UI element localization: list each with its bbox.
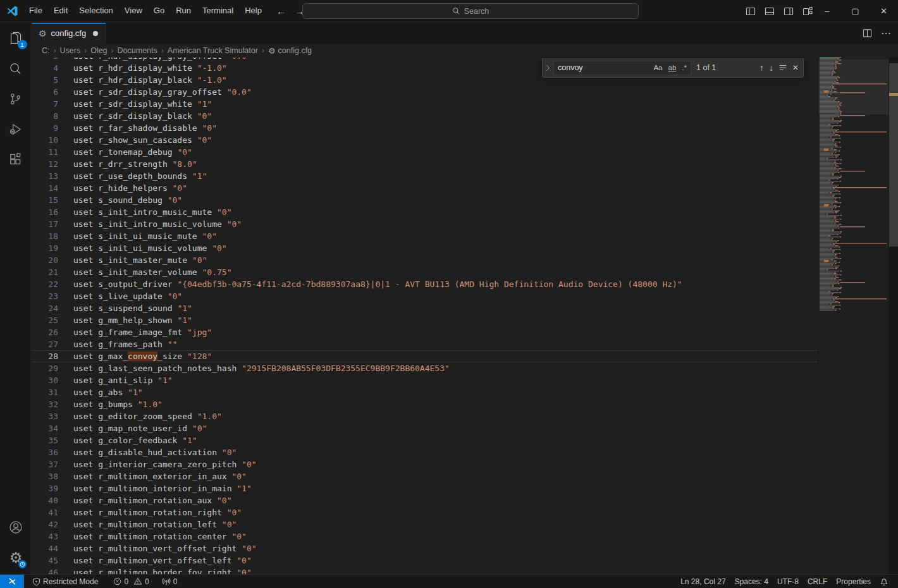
extensions-icon[interactable] bbox=[0, 144, 32, 175]
maximize-button[interactable]: ▢ bbox=[841, 0, 870, 22]
code-line-27[interactable]: 27uset g_frames_path "" bbox=[32, 338, 818, 350]
menu-selection[interactable]: Selection bbox=[73, 3, 118, 18]
code-line-44[interactable]: 44uset r_multimon_vert_offset_right "0" bbox=[32, 542, 818, 554]
scrollbar-thumb[interactable] bbox=[889, 63, 898, 247]
more-actions-icon[interactable]: ⋯ bbox=[881, 27, 892, 39]
code-line-34[interactable]: 34uset g_map_note_user_id "0" bbox=[32, 422, 818, 434]
menu-terminal[interactable]: Terminal bbox=[197, 3, 239, 18]
search-command-center[interactable]: Search bbox=[302, 3, 639, 19]
encoding[interactable]: UTF-8 bbox=[773, 575, 803, 588]
code-line-16[interactable]: 16uset s_init_intro_music_mute "0" bbox=[32, 206, 818, 218]
breadcrumb-documents[interactable]: Documents bbox=[118, 46, 157, 55]
status-bar: Restricted Mode 0 0 0 Ln 28, Col 27 Spac… bbox=[0, 574, 898, 588]
account-icon[interactable] bbox=[0, 512, 32, 542]
code-line-26[interactable]: 26uset g_frame_image_fmt "jpg" bbox=[32, 326, 818, 338]
code-line-19[interactable]: 19uset s_init_ui_music_volume "0" bbox=[32, 242, 818, 254]
code-line-18[interactable]: 18uset s_init_ui_music_mute "0" bbox=[32, 230, 818, 242]
minimap[interactable] bbox=[818, 56, 889, 574]
code-line-32[interactable]: 32uset g_bumps "1.0" bbox=[32, 398, 818, 410]
toggle-primary-sidebar-icon[interactable] bbox=[746, 6, 756, 16]
code-line-35[interactable]: 35uset g_color_feedback "1" bbox=[32, 434, 818, 446]
menu-help[interactable]: Help bbox=[239, 3, 268, 18]
previous-match-icon[interactable]: ↑ bbox=[760, 63, 764, 73]
menu-run[interactable]: Run bbox=[170, 3, 197, 18]
code-line-13[interactable]: 13uset r_use_depth_bounds "1" bbox=[32, 170, 818, 182]
code-line-7[interactable]: 7uset r_sdr_display_white "1" bbox=[32, 98, 818, 110]
tab-config-cfg[interactable]: ⚙ config.cfg bbox=[32, 23, 106, 44]
code-line-41[interactable]: 41uset r_multimon_rotation_right "0" bbox=[32, 506, 818, 518]
breadcrumb-file[interactable]: config.cfg bbox=[278, 46, 312, 55]
breadcrumb-users[interactable]: Users bbox=[60, 46, 81, 55]
code-line-20[interactable]: 20uset s_init_master_mute "0" bbox=[32, 254, 818, 266]
code-line-17[interactable]: 17uset s_init_intro_music_volume "0" bbox=[32, 218, 818, 230]
code-line-30[interactable]: 30uset g_anti_slip "1" bbox=[32, 374, 818, 386]
code-line-43[interactable]: 43uset r_multimon_rotation_center "0" bbox=[32, 530, 818, 542]
minimize-button[interactable]: – bbox=[813, 0, 841, 22]
indentation[interactable]: Spaces: 4 bbox=[730, 575, 773, 588]
code-line-14[interactable]: 14uset r_hide_helpers "0" bbox=[32, 182, 818, 194]
code-line-9[interactable]: 9uset r_far_shadow_disable "0" bbox=[32, 122, 818, 134]
eol-sequence[interactable]: CRLF bbox=[803, 575, 832, 588]
split-editor-icon[interactable] bbox=[863, 28, 872, 38]
next-match-icon[interactable]: ↓ bbox=[769, 63, 773, 73]
code-line-33[interactable]: 33uset g_editor_zoom_speed "1.0" bbox=[32, 410, 818, 422]
language-mode[interactable]: Properties bbox=[832, 575, 875, 588]
code-line-29[interactable]: 29uset g_last_seen_patch_notes_hash "291… bbox=[32, 362, 818, 374]
breadcrumb-oleg[interactable]: Oleg bbox=[90, 46, 107, 55]
problems-button[interactable]: 0 0 bbox=[109, 575, 153, 588]
code-line-15[interactable]: 15uset s_sound_debug "0" bbox=[32, 194, 818, 206]
code-line-11[interactable]: 11uset r_tonemap_debug "0" bbox=[32, 146, 818, 158]
whole-word-toggle[interactable]: ab bbox=[667, 63, 679, 72]
back-arrow-icon[interactable]: ← bbox=[276, 6, 286, 16]
menu-file[interactable]: File bbox=[23, 3, 48, 18]
code-line-28[interactable]: 28uset g_max_convoy_size "128" bbox=[32, 350, 818, 362]
code-line-25[interactable]: 25uset g_mm_help_shown "1" bbox=[32, 314, 818, 326]
find-input[interactable]: convoy Aa ab .* bbox=[553, 61, 691, 75]
code-line-42[interactable]: 42uset r_multimon_rotation_left "0" bbox=[32, 518, 818, 530]
breadcrumb-ats[interactable]: American Truck Simulator bbox=[168, 46, 258, 55]
code-line-12[interactable]: 12uset r_drr_strength "8.0" bbox=[32, 158, 818, 170]
code-line-39[interactable]: 39uset r_multimon_interior_in_main "1" bbox=[32, 482, 818, 494]
code-line-10[interactable]: 10uset r_show_sun_cascades "0" bbox=[32, 134, 818, 146]
search-sidebar-icon[interactable] bbox=[0, 53, 32, 83]
regex-toggle[interactable]: .* bbox=[680, 63, 689, 72]
code-line-38[interactable]: 38uset r_multimon_exterior_in_aux "0" bbox=[32, 470, 818, 482]
toggle-secondary-sidebar-icon[interactable] bbox=[784, 6, 794, 16]
find-in-selection-icon[interactable] bbox=[778, 63, 787, 72]
menu-edit[interactable]: Edit bbox=[48, 3, 73, 18]
minimap-slider[interactable] bbox=[818, 59, 889, 114]
editor-pane[interactable]: 3uset r_hdr_display_gray_offset "0.0"4us… bbox=[32, 58, 818, 574]
code-line-24[interactable]: 24uset s_suspend_sound "1" bbox=[32, 302, 818, 314]
toggle-replace-chevron-icon[interactable] bbox=[543, 64, 553, 71]
restricted-mode-button[interactable]: Restricted Mode bbox=[28, 575, 102, 588]
menu-go[interactable]: Go bbox=[148, 3, 170, 18]
code-line-23[interactable]: 23uset s_live_update "0" bbox=[32, 290, 818, 302]
explorer-icon[interactable]: 1 bbox=[0, 23, 32, 53]
run-debug-icon[interactable] bbox=[0, 114, 32, 144]
customize-layout-icon[interactable] bbox=[803, 6, 813, 16]
source-control-icon[interactable] bbox=[0, 83, 32, 114]
code-line-22[interactable]: 22uset s_output_driver "{04edbf3b-0a75-4… bbox=[32, 278, 818, 290]
code-line-40[interactable]: 40uset r_multimon_rotation_aux "0" bbox=[32, 494, 818, 506]
code-line-36[interactable]: 36uset g_disable_hud_activation "0" bbox=[32, 446, 818, 458]
settings-gear-icon[interactable]: ⚙ bbox=[0, 542, 32, 573]
code-line-21[interactable]: 21uset s_init_master_volume "0.75" bbox=[32, 266, 818, 278]
code-line-8[interactable]: 8uset r_sdr_display_black "0" bbox=[32, 110, 818, 122]
close-button[interactable]: ✕ bbox=[870, 0, 898, 22]
notifications-bell-icon[interactable] bbox=[875, 575, 893, 588]
find-results-count: 1 of 1 bbox=[696, 63, 716, 72]
toggle-panel-icon[interactable] bbox=[765, 6, 775, 16]
close-find-icon[interactable]: ✕ bbox=[792, 63, 799, 72]
code-line-46[interactable]: 46uset r_multimon_border_fov_right "0" bbox=[32, 567, 818, 574]
cursor-position[interactable]: Ln 28, Col 27 bbox=[676, 575, 730, 588]
modified-dot-icon[interactable] bbox=[93, 31, 98, 36]
breadcrumb-drive[interactable]: C: bbox=[42, 46, 50, 55]
code-line-45[interactable]: 45uset r_multimon_vert_offset_left "0" bbox=[32, 554, 818, 567]
match-case-toggle[interactable]: Aa bbox=[651, 63, 664, 72]
code-line-6[interactable]: 6uset r_sdr_display_gray_offset "0.0" bbox=[32, 86, 818, 98]
remote-indicator[interactable] bbox=[0, 575, 24, 588]
code-line-31[interactable]: 31uset g_abs "1" bbox=[32, 386, 818, 398]
ports-button[interactable]: 0 bbox=[157, 575, 182, 588]
menu-view[interactable]: View bbox=[119, 3, 148, 18]
code-line-37[interactable]: 37uset g_interior_camera_zero_pitch "0" bbox=[32, 458, 818, 470]
